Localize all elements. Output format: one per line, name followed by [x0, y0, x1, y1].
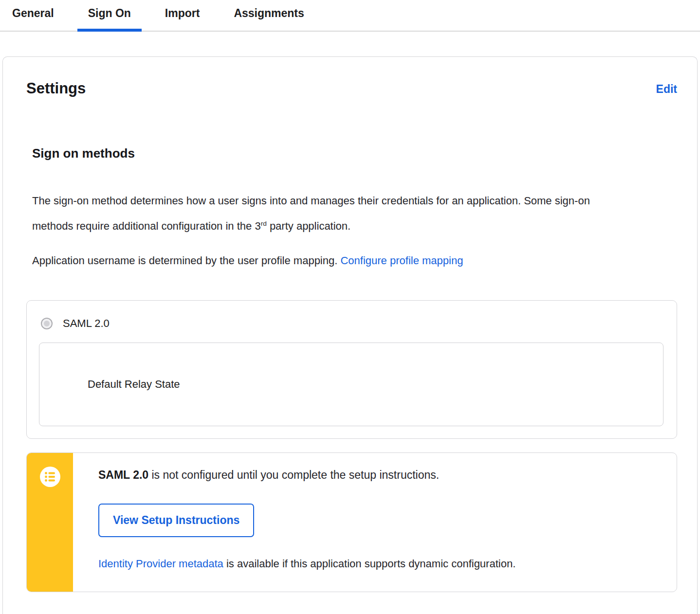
sign-on-methods-heading: Sign on methods	[32, 146, 677, 161]
saml-radio[interactable]	[41, 318, 53, 329]
setup-instructions-list-icon	[40, 467, 60, 487]
ordinal-superscript: rd	[261, 220, 267, 227]
radio-dot	[44, 321, 50, 326]
sign-on-methods-section: Sign on methods The sign-on method deter…	[26, 146, 677, 592]
edit-link[interactable]: Edit	[656, 83, 677, 96]
settings-header: Settings Edit	[26, 80, 677, 97]
metadata-text: is available if this application support…	[223, 558, 516, 570]
saml-radio-label: SAML 2.0	[63, 317, 110, 330]
username-mapping-line: Application username is determined by th…	[32, 249, 677, 272]
page-title: Settings	[26, 80, 86, 97]
identity-provider-metadata-link[interactable]: Identity Provider metadata	[98, 558, 223, 570]
saml-method-box: SAML 2.0 Default Relay State	[26, 300, 677, 439]
saml-bold-text: SAML 2.0	[98, 469, 148, 481]
sign-on-description: The sign-on method determines how a user…	[32, 189, 614, 237]
tab-assignments[interactable]: Assignments	[223, 0, 314, 32]
username-mapping-text: Application username is determined by th…	[32, 254, 340, 267]
setup-instructions-callout: SAML 2.0 is not configured until you com…	[26, 452, 677, 592]
default-relay-state-box: Default Relay State	[39, 343, 663, 426]
tab-import[interactable]: Import	[154, 0, 211, 32]
metadata-line: Identity Provider metadata is available …	[98, 558, 657, 570]
tab-sign-on[interactable]: Sign On	[77, 0, 142, 32]
tab-general[interactable]: General	[1, 0, 65, 32]
saml-radio-row: SAML 2.0	[41, 317, 663, 330]
callout-content: SAML 2.0 is not configured until you com…	[73, 453, 677, 592]
not-configured-text: is not configured until you complete the…	[148, 469, 439, 481]
not-configured-message: SAML 2.0 is not configured until you com…	[98, 469, 657, 482]
description-text-end: party application.	[267, 220, 350, 232]
tab-bar: General Sign On Import Assignments	[0, 0, 700, 32]
view-setup-instructions-button[interactable]: View Setup Instructions	[98, 504, 254, 537]
default-relay-state-label: Default Relay State	[88, 378, 180, 391]
settings-card: Settings Edit Sign on methods The sign-o…	[2, 56, 698, 614]
configure-profile-mapping-link[interactable]: Configure profile mapping	[340, 254, 463, 267]
callout-warning-stripe	[27, 453, 73, 592]
